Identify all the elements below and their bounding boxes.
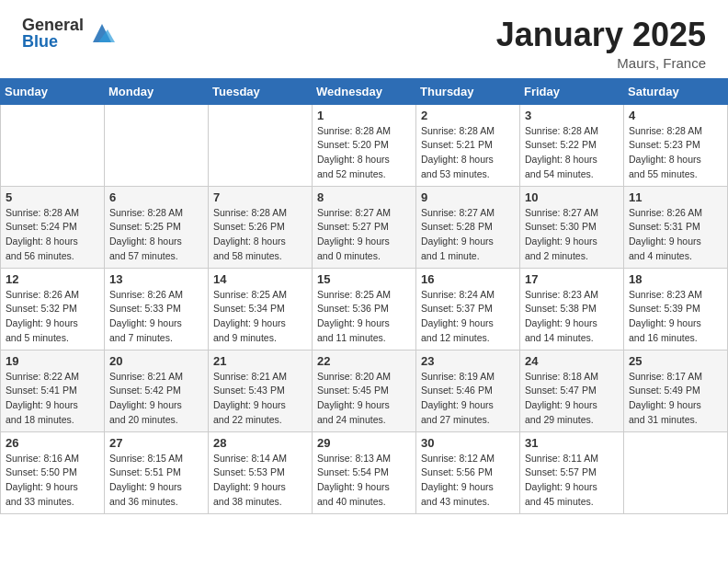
day-number: 18 (629, 272, 722, 286)
calendar-cell: 24Sunrise: 8:18 AM Sunset: 5:47 PM Dayli… (520, 350, 624, 431)
day-number: 23 (421, 354, 515, 368)
calendar-cell: 8Sunrise: 8:27 AM Sunset: 5:27 PM Daylig… (313, 186, 416, 268)
day-info: Sunrise: 8:26 AM Sunset: 5:33 PM Dayligh… (109, 288, 203, 346)
calendar-cell: 28Sunrise: 8:14 AM Sunset: 5:53 PM Dayli… (209, 431, 313, 513)
day-number: 28 (213, 436, 307, 450)
calendar-cell (624, 431, 728, 513)
day-info: Sunrise: 8:20 AM Sunset: 5:45 PM Dayligh… (317, 370, 411, 428)
day-info: Sunrise: 8:25 AM Sunset: 5:36 PM Dayligh… (317, 288, 411, 346)
day-info: Sunrise: 8:19 AM Sunset: 5:46 PM Dayligh… (421, 370, 515, 428)
day-number: 10 (525, 190, 619, 204)
day-info: Sunrise: 8:13 AM Sunset: 5:54 PM Dayligh… (317, 452, 411, 510)
calendar-cell: 11Sunrise: 8:26 AM Sunset: 5:31 PM Dayli… (624, 186, 728, 268)
day-number: 6 (109, 190, 203, 204)
weekday-header-thursday: Thursday (416, 78, 520, 104)
day-info: Sunrise: 8:16 AM Sunset: 5:50 PM Dayligh… (6, 452, 99, 510)
calendar-cell: 17Sunrise: 8:23 AM Sunset: 5:38 PM Dayli… (520, 268, 624, 350)
day-number: 22 (317, 354, 411, 368)
logo-general: General (22, 17, 84, 33)
day-info: Sunrise: 8:28 AM Sunset: 5:25 PM Dayligh… (109, 206, 203, 264)
day-number: 15 (317, 272, 411, 286)
day-number: 4 (629, 109, 722, 122)
calendar-cell: 2Sunrise: 8:28 AM Sunset: 5:21 PM Daylig… (416, 104, 520, 186)
day-info: Sunrise: 8:28 AM Sunset: 5:22 PM Dayligh… (525, 124, 619, 182)
calendar-table: SundayMondayTuesdayWednesdayThursdayFrid… (0, 78, 728, 514)
calendar-cell: 18Sunrise: 8:23 AM Sunset: 5:39 PM Dayli… (624, 268, 728, 350)
weekday-header-tuesday: Tuesday (209, 78, 313, 104)
calendar-cell: 16Sunrise: 8:24 AM Sunset: 5:37 PM Dayli… (416, 268, 520, 350)
calendar-cell: 31Sunrise: 8:11 AM Sunset: 5:57 PM Dayli… (520, 431, 624, 513)
day-info: Sunrise: 8:28 AM Sunset: 5:23 PM Dayligh… (629, 124, 722, 182)
day-number: 30 (421, 436, 515, 450)
day-number: 12 (6, 272, 99, 286)
day-info: Sunrise: 8:21 AM Sunset: 5:42 PM Dayligh… (109, 370, 203, 428)
day-info: Sunrise: 8:14 AM Sunset: 5:53 PM Dayligh… (213, 452, 307, 510)
calendar-cell: 29Sunrise: 8:13 AM Sunset: 5:54 PM Dayli… (313, 431, 416, 513)
day-number: 31 (525, 436, 619, 450)
day-info: Sunrise: 8:28 AM Sunset: 5:24 PM Dayligh… (6, 206, 99, 264)
day-info: Sunrise: 8:12 AM Sunset: 5:56 PM Dayligh… (421, 452, 515, 510)
day-number: 20 (109, 354, 203, 368)
calendar-cell: 7Sunrise: 8:28 AM Sunset: 5:26 PM Daylig… (209, 186, 313, 268)
day-number: 8 (317, 190, 411, 204)
calendar-cell: 3Sunrise: 8:28 AM Sunset: 5:22 PM Daylig… (520, 104, 624, 186)
calendar-cell: 21Sunrise: 8:21 AM Sunset: 5:43 PM Dayli… (209, 350, 313, 431)
day-info: Sunrise: 8:15 AM Sunset: 5:51 PM Dayligh… (109, 452, 203, 510)
calendar-cell: 25Sunrise: 8:17 AM Sunset: 5:49 PM Dayli… (624, 350, 728, 431)
day-number: 9 (421, 190, 515, 204)
day-info: Sunrise: 8:25 AM Sunset: 5:34 PM Dayligh… (213, 288, 307, 346)
calendar-cell: 10Sunrise: 8:27 AM Sunset: 5:30 PM Dayli… (520, 186, 624, 268)
logo: General Blue (22, 17, 115, 50)
day-number: 29 (317, 436, 411, 450)
day-info: Sunrise: 8:11 AM Sunset: 5:57 PM Dayligh… (525, 452, 619, 510)
calendar-cell (105, 104, 209, 186)
weekday-header-monday: Monday (105, 78, 209, 104)
day-info: Sunrise: 8:27 AM Sunset: 5:27 PM Dayligh… (317, 206, 411, 264)
day-number: 19 (6, 354, 99, 368)
calendar-week-1: 1Sunrise: 8:28 AM Sunset: 5:20 PM Daylig… (1, 104, 728, 186)
day-number: 7 (213, 190, 307, 204)
calendar-cell: 12Sunrise: 8:26 AM Sunset: 5:32 PM Dayli… (1, 268, 105, 350)
day-number: 27 (109, 436, 203, 450)
day-number: 11 (629, 190, 722, 204)
day-info: Sunrise: 8:18 AM Sunset: 5:47 PM Dayligh… (525, 370, 619, 428)
day-number: 24 (525, 354, 619, 368)
calendar-cell: 13Sunrise: 8:26 AM Sunset: 5:33 PM Dayli… (105, 268, 209, 350)
calendar-cell (209, 104, 313, 186)
logo-icon (89, 20, 115, 46)
month-title: January 2025 (496, 17, 706, 53)
title-block: January 2025 Maurs, France (496, 17, 706, 71)
day-info: Sunrise: 8:17 AM Sunset: 5:49 PM Dayligh… (629, 370, 722, 428)
calendar-cell: 22Sunrise: 8:20 AM Sunset: 5:45 PM Dayli… (313, 350, 416, 431)
day-number: 5 (6, 190, 99, 204)
calendar-cell: 14Sunrise: 8:25 AM Sunset: 5:34 PM Dayli… (209, 268, 313, 350)
day-info: Sunrise: 8:22 AM Sunset: 5:41 PM Dayligh… (6, 370, 99, 428)
calendar-week-2: 5Sunrise: 8:28 AM Sunset: 5:24 PM Daylig… (1, 186, 728, 268)
day-number: 1 (317, 109, 411, 122)
day-number: 14 (213, 272, 307, 286)
day-number: 26 (6, 436, 99, 450)
day-info: Sunrise: 8:27 AM Sunset: 5:28 PM Dayligh… (421, 206, 515, 264)
day-info: Sunrise: 8:27 AM Sunset: 5:30 PM Dayligh… (525, 206, 619, 264)
day-info: Sunrise: 8:24 AM Sunset: 5:37 PM Dayligh… (421, 288, 515, 346)
calendar-cell: 20Sunrise: 8:21 AM Sunset: 5:42 PM Dayli… (105, 350, 209, 431)
day-info: Sunrise: 8:28 AM Sunset: 5:20 PM Dayligh… (317, 124, 411, 182)
calendar-week-3: 12Sunrise: 8:26 AM Sunset: 5:32 PM Dayli… (1, 268, 728, 350)
day-info: Sunrise: 8:26 AM Sunset: 5:31 PM Dayligh… (629, 206, 722, 264)
calendar-cell: 6Sunrise: 8:28 AM Sunset: 5:25 PM Daylig… (105, 186, 209, 268)
day-info: Sunrise: 8:23 AM Sunset: 5:38 PM Dayligh… (525, 288, 619, 346)
weekday-header-saturday: Saturday (624, 78, 728, 104)
calendar-cell: 9Sunrise: 8:27 AM Sunset: 5:28 PM Daylig… (416, 186, 520, 268)
calendar-cell: 15Sunrise: 8:25 AM Sunset: 5:36 PM Dayli… (313, 268, 416, 350)
logo-blue: Blue (22, 33, 84, 50)
calendar-week-4: 19Sunrise: 8:22 AM Sunset: 5:41 PM Dayli… (1, 350, 728, 431)
calendar-cell: 30Sunrise: 8:12 AM Sunset: 5:56 PM Dayli… (416, 431, 520, 513)
weekday-header-friday: Friday (520, 78, 624, 104)
day-number: 16 (421, 272, 515, 286)
calendar-cell: 27Sunrise: 8:15 AM Sunset: 5:51 PM Dayli… (105, 431, 209, 513)
calendar-week-5: 26Sunrise: 8:16 AM Sunset: 5:50 PM Dayli… (1, 431, 728, 513)
weekday-header-wednesday: Wednesday (313, 78, 416, 104)
calendar-cell: 5Sunrise: 8:28 AM Sunset: 5:24 PM Daylig… (1, 186, 105, 268)
day-number: 21 (213, 354, 307, 368)
location: Maurs, France (496, 55, 706, 71)
